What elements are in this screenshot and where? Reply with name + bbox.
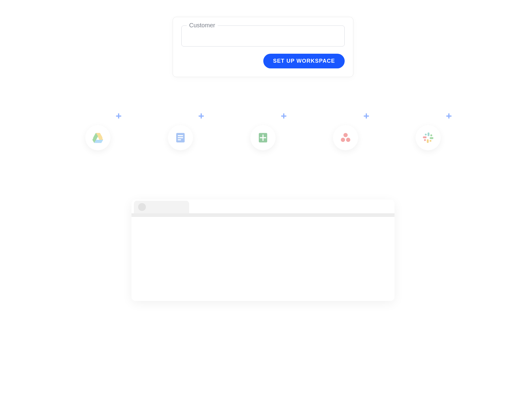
plus-icon[interactable]: + bbox=[116, 111, 122, 121]
svg-point-20 bbox=[424, 139, 426, 141]
svg-rect-16 bbox=[423, 136, 427, 138]
integrations-row: + + bbox=[79, 125, 447, 150]
google-docs-icon bbox=[174, 131, 187, 144]
svg-point-11 bbox=[341, 138, 345, 142]
plus-icon[interactable]: + bbox=[446, 111, 452, 121]
svg-rect-5 bbox=[178, 137, 183, 138]
svg-point-12 bbox=[346, 138, 350, 142]
asana-icon bbox=[339, 131, 352, 144]
browser-toolbar bbox=[132, 213, 394, 217]
browser-viewport bbox=[132, 217, 394, 301]
slack-icon bbox=[422, 131, 434, 144]
setup-workspace-button[interactable]: SET UP WORKSPACE bbox=[263, 54, 345, 68]
customer-field-wrapper: Customer bbox=[181, 26, 345, 46]
setup-workspace-card: Customer SET UP WORKSPACE bbox=[173, 17, 353, 77]
svg-point-10 bbox=[343, 133, 348, 137]
browser-tab-strip bbox=[132, 200, 394, 213]
svg-point-17 bbox=[425, 134, 427, 135]
form-action-row: SET UP WORKSPACE bbox=[181, 54, 345, 68]
integration-google-drive[interactable]: + bbox=[85, 125, 110, 150]
svg-rect-4 bbox=[178, 135, 183, 136]
integration-google-sheets[interactable]: + bbox=[250, 125, 276, 150]
svg-rect-9 bbox=[260, 137, 266, 138]
tab-favicon-placeholder bbox=[138, 203, 146, 211]
browser-window-mock bbox=[132, 200, 394, 301]
integration-slack[interactable]: + bbox=[416, 125, 441, 150]
google-sheets-icon bbox=[257, 131, 269, 144]
svg-rect-13 bbox=[428, 133, 429, 136]
integration-google-docs[interactable]: + bbox=[168, 125, 193, 150]
svg-rect-14 bbox=[430, 137, 433, 139]
integration-asana[interactable]: + bbox=[333, 125, 358, 150]
plus-icon[interactable]: + bbox=[363, 111, 369, 121]
google-drive-icon bbox=[92, 131, 104, 144]
svg-point-19 bbox=[430, 140, 431, 142]
svg-point-18 bbox=[430, 134, 432, 136]
svg-rect-6 bbox=[178, 139, 181, 140]
customer-field-label: Customer bbox=[187, 22, 218, 29]
svg-rect-15 bbox=[427, 139, 429, 143]
plus-icon[interactable]: + bbox=[198, 111, 204, 121]
plus-icon[interactable]: + bbox=[281, 111, 287, 121]
browser-tab[interactable] bbox=[134, 201, 189, 213]
